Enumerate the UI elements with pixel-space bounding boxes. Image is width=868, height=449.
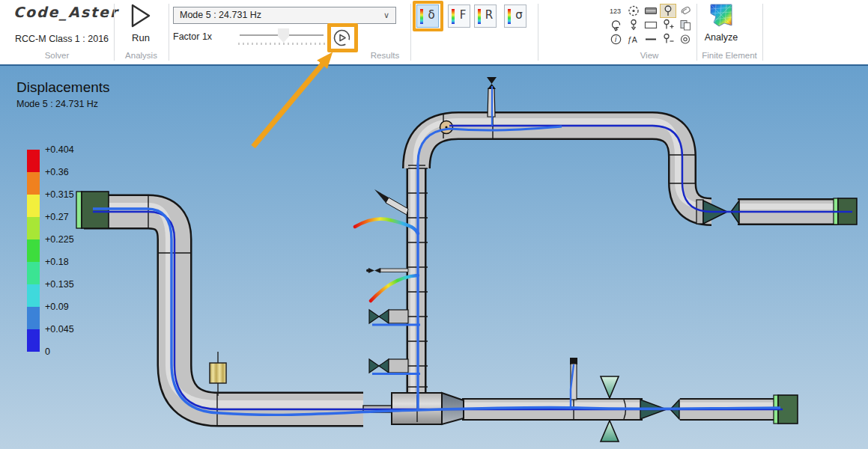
svg-text:i: i [615,35,617,43]
group-label-view: View [604,51,695,60]
rainbow-bar-icon [478,9,481,24]
pin-remove-icon[interactable] [661,33,676,46]
mode-dropdown[interactable]: Mode 5 : 24.731 Hz ∨ [173,7,396,24]
spring-hanger [210,352,226,396]
legend-value: +0.404 [45,144,74,156]
legend-value: +0.045 [45,323,74,335]
centerline-navy-bottom [93,212,783,409]
pipe-outlines [84,126,837,409]
legend-segment [27,329,40,352]
app-logo: Code_Aster [13,4,118,20]
legend-segment [27,239,40,262]
legend-segment [27,217,40,239]
legend-value: +0.315 [45,189,74,201]
result-glyph: σ [512,8,526,22]
animate-play-icon [333,28,351,47]
fe-mesh-icon [708,3,734,28]
legend-value: +0.135 [45,278,74,290]
rectangle-outline-icon[interactable] [643,19,658,31]
application-window: Code_Aster RCC-M Class 1 : 2016 Solver R… [0,0,868,449]
svg-text:ƒA: ƒA [628,35,637,44]
chevron-down-icon: ∨ [383,7,389,23]
factor-label: Factor 1x [173,31,212,42]
ribbon-toolbar: Code_Aster RCC-M Class 1 : 2016 Solver R… [0,0,868,66]
pin-add-icon[interactable] [661,19,676,31]
run-button-label: Run [122,32,160,43]
run-button[interactable]: Run [122,4,160,47]
legend-value: 0 [45,346,50,358]
legend-value: +0.18 [45,256,69,268]
legend-segment [27,150,40,172]
stress-result-button[interactable]: σ [504,4,526,28]
probe-middle [366,268,408,273]
joint-marker [440,121,453,134]
group-label-results: Results [359,51,410,60]
rainbow-bar-icon [452,9,455,24]
concentric-circles-icon[interactable] [678,33,693,46]
result-subtitle: Mode 5 : 24.731 Hz [16,99,98,109]
rainbow-bar-icon [508,9,511,24]
group-divider [538,4,538,61]
svg-text:123: 123 [610,7,621,15]
pipe-highlights [84,121,834,405]
legend-segment [27,284,40,307]
factor-slider-ticks [238,43,325,45]
play-icon [130,4,152,28]
result-glyph: R [482,8,496,22]
legend-value: +0.225 [45,233,74,245]
result-glyph: δ [425,8,438,22]
numbers-123-icon[interactable]: 123 [609,4,624,17]
play-animation-button[interactable] [333,28,351,47]
pin-down-icon[interactable] [626,19,641,31]
viewport-3d[interactable]: Displacements Mode 5 : 24.731 Hz +0.404+… [0,66,868,449]
solver-code-label: RCC-M Class 1 : 2016 [15,34,109,44]
probe-upper [374,189,408,215]
result-glyph: F [456,8,470,22]
line-icon[interactable] [643,33,658,46]
group-label-solver: Solver [0,51,114,60]
legend-segment [27,262,40,284]
section-bar-icon[interactable] [643,4,658,17]
column-valve-2 [369,359,408,373]
legend-value: +0.36 [45,166,69,178]
paperclip-icon[interactable] [678,4,693,17]
legend-value: +0.27 [45,211,69,223]
group-divider [762,4,763,61]
pipe-bodies [84,126,837,409]
result-title: Displacements [16,79,110,96]
pin-icon[interactable] [661,4,676,17]
group-label-analysis: Analysis [114,51,169,60]
column-valve-1 [369,310,408,323]
font-style-icon[interactable]: ƒA [626,33,641,46]
reaction-result-button[interactable]: R [474,4,497,28]
group-divider [169,4,169,61]
select-pointer-icon[interactable] [609,19,624,31]
analyze-button[interactable]: Analyze [703,3,739,48]
legend-value: +0.09 [45,301,69,313]
rainbow-bar-icon [420,9,423,24]
legend-segment [27,172,40,195]
factor-slider-thumb[interactable] [278,28,289,43]
group-divider [410,4,411,61]
analyze-button-label: Analyze [703,32,739,43]
legend-segment [27,195,40,217]
group-label-finite-element: Finite Element [696,51,762,60]
displacement-result-button[interactable]: δ [416,4,439,28]
force-result-button[interactable]: F [448,4,470,28]
mode-dropdown-value: Mode 5 : 24.731 Hz [180,10,261,20]
legend-segment [27,307,40,329]
info-icon[interactable]: i [609,33,624,46]
paste-icon[interactable] [678,19,693,31]
piping-model [0,66,868,449]
target-circle-icon[interactable] [626,4,641,17]
